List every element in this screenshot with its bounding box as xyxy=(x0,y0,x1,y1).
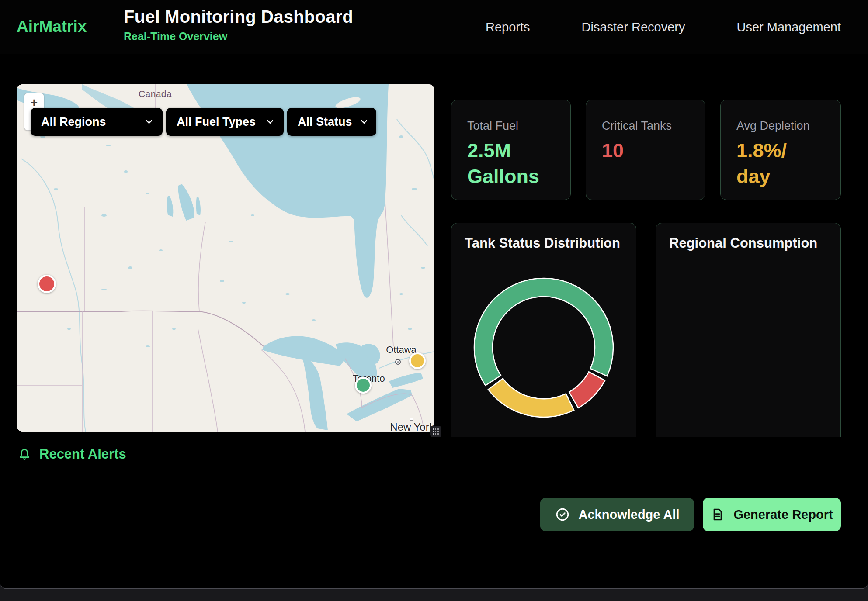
donut-chart-title: Tank Status Distribution xyxy=(465,235,620,251)
map-label-canada: Canada xyxy=(139,89,172,99)
page-subtitle: Real-Time Overview xyxy=(124,30,353,43)
tank-status-card: Tank Status Distribution xyxy=(451,223,636,459)
map-label-new-york: New York xyxy=(390,421,434,432)
page-title: Fuel Monitoring Dashboard xyxy=(124,7,353,27)
stat-label: Avg Depletion xyxy=(736,119,825,133)
map-filter-bar: All RegionsAll Fuel TypesAll Status xyxy=(31,108,376,136)
stat-label: Total Fuel xyxy=(467,119,555,133)
stat-value: 2.5MGallons xyxy=(467,138,555,189)
dashboard-root: AirMatrix Fuel Monitoring Dashboard Real… xyxy=(0,0,868,589)
stat-card-total-fuel: Total Fuel2.5MGallons xyxy=(451,100,571,200)
chevron-down-icon xyxy=(144,117,154,127)
donut-segment-warning xyxy=(488,378,574,417)
nav-item-user-management[interactable]: User Management xyxy=(736,20,841,35)
brand-logo[interactable]: AirMatrix xyxy=(17,17,87,36)
tank-status-donut-chart xyxy=(451,223,637,459)
tank-marker-critical[interactable] xyxy=(38,275,56,293)
generate-report-button[interactable]: Generate Report xyxy=(703,498,841,531)
acknowledge-all-label: Acknowledge All xyxy=(579,508,680,522)
filter-label: All Fuel Types xyxy=(177,115,256,129)
stat-value: 1.8%/day xyxy=(736,138,825,189)
filter-all-regions[interactable]: All Regions xyxy=(31,108,163,136)
filter-all-status[interactable]: All Status xyxy=(287,108,376,136)
stat-card-critical-tanks: Critical Tanks10 xyxy=(586,100,705,200)
filter-label: All Regions xyxy=(41,115,106,129)
stat-value: 10 xyxy=(602,138,689,164)
regional-consumption-bar-chart xyxy=(656,223,841,459)
acknowledge-all-button[interactable]: Acknowledge All xyxy=(540,498,694,531)
recent-alerts-section: Recent Alerts Acknowledge All Generate R… xyxy=(0,437,868,589)
donut-segment-normal xyxy=(474,278,613,386)
tank-marker-normal[interactable] xyxy=(355,377,372,394)
report-document-icon xyxy=(711,508,725,522)
ottawa-town-icon xyxy=(395,359,401,365)
alerts-title: Recent Alerts xyxy=(39,446,126,462)
bar-chart-title: Regional Consumption xyxy=(669,235,817,251)
chevron-down-icon xyxy=(265,117,275,127)
nav-item-reports[interactable]: Reports xyxy=(486,20,530,35)
bell-icon xyxy=(17,447,31,461)
alerts-header: Recent Alerts xyxy=(17,446,126,462)
map-resize-handle[interactable] xyxy=(430,426,441,437)
check-circle-icon xyxy=(555,507,570,522)
filter-label: All Status xyxy=(298,115,352,129)
chevron-down-icon xyxy=(359,117,369,127)
tank-marker-warning[interactable] xyxy=(409,352,426,369)
regional-consumption-card: Regional Consumption xyxy=(656,223,841,459)
new-york-town-icon xyxy=(410,418,413,421)
title-block: Fuel Monitoring Dashboard Real-Time Over… xyxy=(124,7,353,43)
nav-item-disaster-recovery[interactable]: Disaster Recovery xyxy=(582,20,685,35)
main-nav: ReportsDisaster RecoveryUser Management xyxy=(486,0,841,54)
stat-label: Critical Tanks xyxy=(602,119,689,133)
tank-map[interactable]: Canada Ottawa Toronto New York + − All R… xyxy=(17,84,434,432)
stat-card-avg-depletion: Avg Depletion1.8%/day xyxy=(720,100,841,200)
donut-segment-critical xyxy=(569,372,605,408)
generate-report-label: Generate Report xyxy=(733,508,833,522)
filter-all-fuel-types[interactable]: All Fuel Types xyxy=(166,108,284,136)
top-navbar: AirMatrix Fuel Monitoring Dashboard Real… xyxy=(0,0,868,54)
